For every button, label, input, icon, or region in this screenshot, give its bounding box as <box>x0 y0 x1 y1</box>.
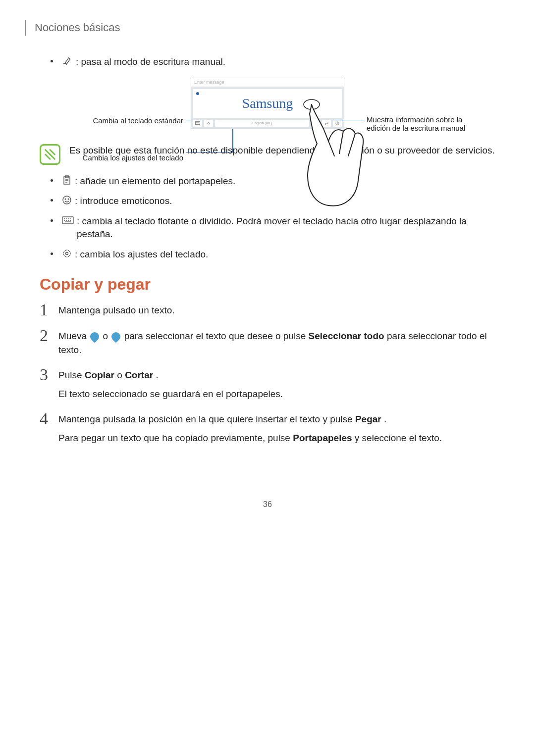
hand-illustration <box>290 82 374 210</box>
txt: Pulse <box>58 370 85 380</box>
bold: Portapapeles <box>293 433 352 443</box>
bullet-emoji: : introduce emoticonos. <box>51 195 495 208</box>
selection-handle-left-icon <box>89 330 101 343</box>
page-number: 36 <box>40 500 495 509</box>
bullet-dot <box>51 199 53 202</box>
step-body: Mueva o para seleccionar el texto que de… <box>58 329 495 357</box>
smiley-icon <box>62 195 72 205</box>
chapter-header: Nociones básicas <box>25 20 495 36</box>
step-body: Mantenga pulsado un texto. <box>58 303 495 318</box>
step-number: 3 <box>40 366 58 383</box>
bullet-dot <box>51 179 53 182</box>
section-title: Copiar y pegar <box>40 275 495 294</box>
bullet-dot <box>51 60 53 62</box>
txt: Para pegar un texto que ha copiado previ… <box>58 433 293 443</box>
selection-handle-right-icon <box>110 330 122 343</box>
callout-right-1: Muestra información sobre la edición de … <box>367 115 481 132</box>
kb-key-gear-icon <box>204 120 213 127</box>
bullet-kbmode: : cambia al teclado flotante o dividido.… <box>51 215 495 241</box>
step-3: 3 Pulse Copiar o Cortar . El texto selec… <box>40 368 495 402</box>
step-sub: El texto seleccionado se guardará en el … <box>58 387 495 402</box>
step-body: Pulse Copiar o Cortar . El texto selecci… <box>58 368 495 402</box>
step-4: 4 Mantenga pulsada la posición en la que… <box>40 412 495 446</box>
txt: para seleccionar el texto que desee o pu… <box>124 331 309 341</box>
chapter-title: Nociones básicas <box>35 21 120 34</box>
step-2: 2 Mueva o para seleccionar el texto que … <box>40 329 495 357</box>
step-number: 2 <box>40 327 58 344</box>
bullet-text: : cambia al teclado flotante o dividido.… <box>77 215 495 241</box>
bullet-settings: : cambia los ajustes del teclado. <box>51 248 495 261</box>
bold: Cortar <box>125 370 153 380</box>
handwritten-text: Samsung <box>242 96 293 111</box>
step-1: 1 Mantenga pulsado un texto. <box>40 303 495 318</box>
svg-point-12 <box>65 199 66 200</box>
kb-key-keyboard-icon <box>193 120 202 127</box>
bullet-handwriting: : pasa al modo de escritura manual. <box>51 55 495 69</box>
svg-point-13 <box>68 199 69 200</box>
bold: Copiar <box>85 370 114 380</box>
bullet-dot <box>51 252 53 255</box>
txt: y seleccione el texto. <box>355 433 442 443</box>
txt: o <box>117 370 125 380</box>
svg-point-2 <box>208 122 209 124</box>
txt: Mantenga pulsada la posición en la que q… <box>58 414 355 424</box>
bullet-text: : pasa al modo de escritura manual. <box>76 55 495 69</box>
step-number: 4 <box>40 410 58 427</box>
bold: Seleccionar todo <box>309 331 384 341</box>
floating-keyboard-icon <box>62 215 74 226</box>
input-placeholder: Enter message <box>194 80 224 85</box>
gear-icon <box>62 248 72 259</box>
txt: Mueva <box>58 331 89 341</box>
svg-point-24 <box>63 250 70 257</box>
note-icon <box>40 144 60 165</box>
callout-left-1: Cambia al teclado estándar <box>69 116 183 125</box>
bullet-dot <box>51 219 53 222</box>
svg-point-11 <box>63 196 71 204</box>
bold: Pegar <box>355 414 381 424</box>
svg-point-25 <box>66 252 68 254</box>
txt: o <box>103 331 111 341</box>
bullet-text: : introduce emoticonos. <box>75 195 495 208</box>
step-number: 1 <box>40 302 58 318</box>
txt: . <box>156 370 158 380</box>
callout-left-2: Cambia los ajustes del teclado <box>69 153 183 162</box>
handwriting-mode-icon <box>62 55 73 66</box>
keyboard-diagram: Cambia al teclado estándar Cambia los aj… <box>40 78 495 129</box>
step-body: Mantenga pulsada la posición en la que q… <box>58 412 495 446</box>
write-indicator-dot <box>196 92 199 95</box>
bullet-text: : cambia los ajustes del teclado. <box>75 248 495 261</box>
txt: . <box>384 414 386 424</box>
